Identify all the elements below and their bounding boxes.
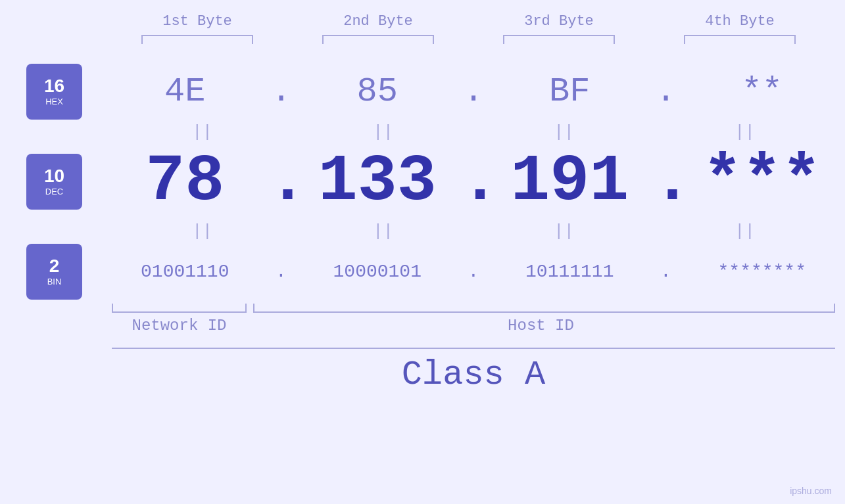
top-bracket-line-2 [322,35,434,44]
equals-row-1: || || || || [112,122,835,142]
dec-val-4: *** [679,145,846,219]
dec-values: 78 . 133 . 191 . *** [102,145,845,219]
equals-1-4: || [654,122,835,142]
class-label: Class A [112,355,835,394]
host-bracket [253,304,835,313]
top-bracket-1 [107,35,288,44]
hex-badge-num: 16 [44,76,64,97]
hex-dot-2: . [460,72,487,111]
equals-2-4: || [654,221,835,241]
hex-row: 16 HEX 4E . 85 . BF . ** [0,64,845,120]
dec-dot-3: . [653,145,679,219]
dec-val-2: 133 [295,145,461,219]
dec-val-3: 191 [487,145,653,219]
hex-badge-label: HEX [45,97,63,107]
equals-1-3: || [473,122,654,142]
host-id-label: Host ID [247,317,835,334]
equals-2-2: || [293,221,473,241]
bin-values: 01001110 . 10000101 . 10111111 . *******… [102,262,845,282]
dec-dot-2: . [460,145,487,219]
hex-val-2: 85 [295,72,461,111]
dec-badge-label: DEC [45,187,63,197]
equals-1-2: || [293,122,473,142]
equals-2-1: || [112,221,293,241]
bin-val-4: ******** [679,262,846,282]
equals-row-2: || || || || [112,221,835,241]
watermark: ipshu.com [790,486,832,496]
main-container: 1st Byte 2nd Byte 3rd Byte 4th Byte 16 H… [0,0,845,504]
hex-val-1: 4E [102,72,268,111]
byte3-header: 3rd Byte [469,13,650,30]
byte1-header: 1st Byte [107,13,288,30]
top-bracket-2 [288,35,469,44]
hex-val-4: ** [679,72,846,111]
labels-row: Network ID Host ID [112,317,835,334]
top-bracket-line-4 [684,35,796,44]
dec-row: 10 DEC 78 . 133 . 191 . *** [0,145,845,219]
bin-badge: 2 BIN [26,244,82,300]
dec-val-1: 78 [102,145,268,219]
dec-badge-num: 10 [44,166,64,187]
byte2-header: 2nd Byte [288,13,469,30]
hex-values: 4E . 85 . BF . ** [102,72,845,111]
equals-1-1: || [112,122,293,142]
dec-badge: 10 DEC [26,154,82,210]
bin-dot-2: . [460,262,487,282]
hex-dot-1: . [268,72,295,111]
top-bracket-row [107,35,831,44]
bin-badge-label: BIN [47,277,62,287]
bracket-spacer [247,304,253,313]
bin-val-2: 10000101 [295,262,461,282]
top-bracket-4 [650,35,831,44]
bottom-brackets [112,304,835,313]
byte-headers: 1st Byte 2nd Byte 3rd Byte 4th Byte [107,13,831,30]
bin-dot-3: . [653,262,679,282]
network-id-label: Network ID [112,317,247,334]
full-bottom-line [112,348,835,349]
hex-badge: 16 HEX [26,64,82,120]
equals-2-3: || [473,221,654,241]
bin-badge-num: 2 [49,256,60,277]
network-bracket [112,304,247,313]
byte4-header: 4th Byte [650,13,831,30]
bottom-area: Network ID Host ID [112,304,835,334]
dec-dot-1: . [268,145,295,219]
top-bracket-line-1 [141,35,253,44]
bin-val-1: 01001110 [102,262,268,282]
top-bracket-3 [469,35,650,44]
hex-val-3: BF [487,72,653,111]
hex-dot-3: . [653,72,679,111]
bin-row: 2 BIN 01001110 . 10000101 . 10111111 . [0,244,845,300]
bin-dot-1: . [268,262,295,282]
top-bracket-line-3 [503,35,615,44]
bin-val-3: 10111111 [487,262,653,282]
